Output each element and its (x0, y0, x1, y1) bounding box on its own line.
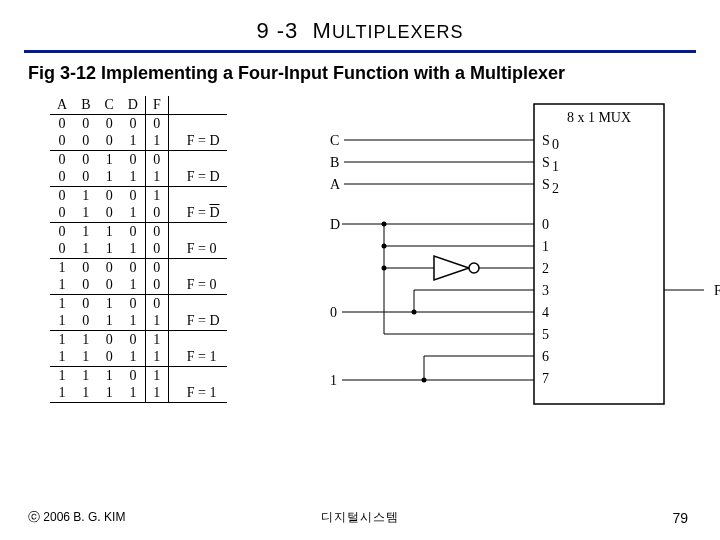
svg-marker-28 (434, 256, 469, 280)
svg-text:7: 7 (542, 371, 549, 386)
svg-text:0: 0 (552, 137, 559, 152)
output-label: F (714, 283, 720, 298)
page-number: 79 (672, 510, 688, 526)
svg-text:S: S (542, 133, 550, 148)
svg-text:C: C (330, 133, 339, 148)
one-input-label: 1 (330, 373, 337, 388)
section-title: 9 -3 MULTIPLEXERS (24, 18, 696, 44)
svg-point-24 (382, 222, 387, 227)
content-area: ABCDF 00000 00011F = D00100 00111F = D01… (24, 96, 696, 476)
zero-input-label: 0 (330, 305, 337, 320)
svg-text:A: A (330, 177, 341, 192)
svg-text:2: 2 (542, 261, 549, 276)
footer-center: 디지털시스템 (0, 509, 720, 526)
svg-text:B: B (330, 155, 339, 170)
svg-text:1: 1 (552, 159, 559, 174)
section-number: 9 -3 (256, 18, 298, 43)
svg-point-41 (422, 378, 427, 383)
svg-point-35 (412, 310, 417, 315)
svg-text:6: 6 (542, 349, 549, 364)
svg-point-29 (469, 263, 479, 273)
svg-text:3: 3 (542, 283, 549, 298)
section-word-cap: M (313, 18, 332, 43)
svg-text:S: S (542, 177, 550, 192)
svg-point-26 (382, 244, 387, 249)
slide: 9 -3 MULTIPLEXERS Fig 3-12 Implementing … (0, 0, 720, 540)
title-rule (24, 50, 696, 53)
svg-point-31 (382, 266, 387, 271)
svg-text:S: S (542, 155, 550, 170)
svg-text:1: 1 (542, 239, 549, 254)
mux-title: 8 x 1 MUX (567, 110, 631, 125)
mux-diagram: 8 x 1 MUX CS0BS1AS2 01234567 F D (324, 96, 720, 426)
svg-text:4: 4 (542, 305, 549, 320)
figure-caption: Fig 3-12 Implementing a Four-Input Funct… (28, 63, 696, 84)
truth-table: ABCDF 00000 00011F = D00100 00111F = D01… (50, 96, 227, 403)
svg-text:2: 2 (552, 181, 559, 196)
svg-text:5: 5 (542, 327, 549, 342)
section-word-rest: ULTIPLEXERS (332, 22, 464, 42)
svg-text:0: 0 (542, 217, 549, 232)
d-input-label: D (330, 217, 340, 232)
